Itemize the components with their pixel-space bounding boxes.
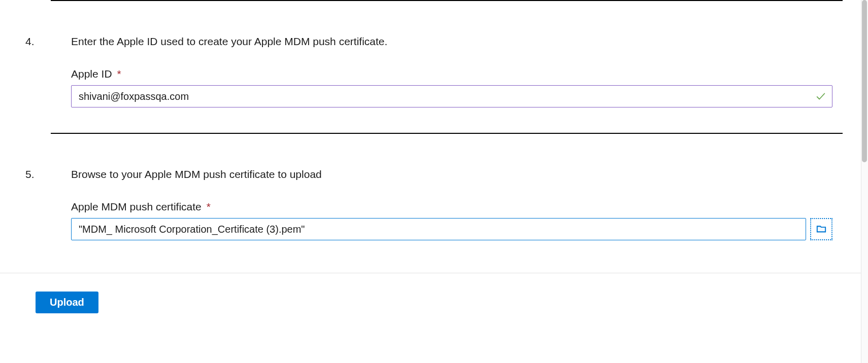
footer: Upload xyxy=(0,273,868,313)
required-marker: * xyxy=(117,68,121,80)
browse-button[interactable] xyxy=(810,218,832,240)
step-5-instruction: Browse to your Apple MDM push certificat… xyxy=(71,168,832,180)
certificate-input[interactable] xyxy=(79,219,798,240)
apple-id-input[interactable] xyxy=(79,86,825,107)
scrollbar[interactable] xyxy=(861,0,868,363)
upload-button[interactable]: Upload xyxy=(36,292,98,313)
certificate-input-wrapper xyxy=(71,218,806,240)
step-5-number: 5. xyxy=(25,168,71,180)
step-4-instruction: Enter the Apple ID used to create your A… xyxy=(71,35,832,48)
scrollbar-thumb[interactable] xyxy=(862,0,867,162)
certificate-label: Apple MDM push certificate * xyxy=(71,201,832,213)
required-marker: * xyxy=(207,201,211,212)
apple-id-label: Apple ID * xyxy=(71,68,832,80)
checkmark-icon xyxy=(815,90,827,102)
apple-id-input-wrapper xyxy=(71,85,832,107)
certificate-label-text: Apple MDM push certificate xyxy=(71,201,202,212)
step-4: 4. Enter the Apple ID used to create you… xyxy=(25,1,848,133)
apple-id-label-text: Apple ID xyxy=(71,68,112,80)
step-4-number: 4. xyxy=(25,35,71,48)
step-5: 5. Browse to your Apple MDM push certifi… xyxy=(25,134,848,266)
folder-icon xyxy=(816,223,827,236)
